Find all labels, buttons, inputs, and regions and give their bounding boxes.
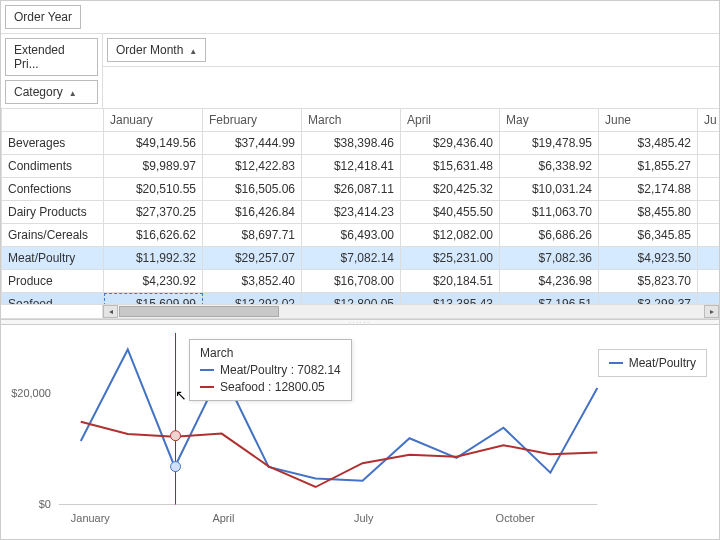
data-cell[interactable]: $16,505.06 <box>203 178 302 201</box>
data-cell[interactable]: $12,418.41 <box>302 155 401 178</box>
data-cell[interactable]: $11,063.70 <box>500 201 599 224</box>
data-cell[interactable]: $25,231.00 <box>401 247 500 270</box>
data-cell[interactable]: $11,992.32 <box>104 247 203 270</box>
row-header[interactable]: Produce <box>2 270 104 293</box>
data-cell[interactable]: $15,609.99 <box>104 293 203 304</box>
data-cell[interactable]: $7,082.36 <box>500 247 599 270</box>
data-cell[interactable]: $13,292.02 <box>203 293 302 304</box>
data-cell[interactable]: $12,082.00 <box>401 224 500 247</box>
data-cell[interactable]: $7,082.14 <box>302 247 401 270</box>
data-cell[interactable]: $20,510.55 <box>104 178 203 201</box>
scroll-spacer <box>1 305 103 318</box>
data-cell[interactable]: $13,385.43 <box>401 293 500 304</box>
filter-category[interactable]: Category▲ <box>5 80 98 104</box>
tooltip-swatch <box>200 386 214 388</box>
col-header[interactable]: January <box>104 109 203 132</box>
data-cell[interactable]: $4,236.98 <box>500 270 599 293</box>
data-cell[interactable]: $26,087.11 <box>302 178 401 201</box>
scroll-left-button[interactable]: ◂ <box>103 305 118 318</box>
col-header[interactable]: February <box>203 109 302 132</box>
data-cell[interactable]: $10,031.24 <box>500 178 599 201</box>
tooltip-title: March <box>200 346 341 360</box>
horizontal-scrollbar[interactable]: ◂ ▸ <box>1 304 719 319</box>
data-cell[interactable]: $16,626.62 <box>104 224 203 247</box>
table-row[interactable]: Dairy Products$27,370.25$16,426.84$23,41… <box>2 201 720 224</box>
x-tick-label: July <box>354 512 374 524</box>
data-cell[interactable]: $16,426.84 <box>203 201 302 224</box>
data-cell[interactable]: $38,398.46 <box>302 132 401 155</box>
data-cell[interactable]: $29,257.07 <box>203 247 302 270</box>
data-cell[interactable]: $8,455.80 <box>599 201 698 224</box>
data-cell[interactable]: $3,298.37 <box>599 293 698 304</box>
col-header[interactable]: April <box>401 109 500 132</box>
table-row[interactable]: Meat/Poultry$11,992.32$29,257.07$7,082.1… <box>2 247 720 270</box>
data-cell[interactable]: $29,436.40 <box>401 132 500 155</box>
table-row[interactable]: Grains/Cereals$16,626.62$8,697.71$6,493.… <box>2 224 720 247</box>
chart-legend[interactable]: Meat/Poultry <box>598 349 707 377</box>
legend-label: Meat/Poultry <box>629 356 696 370</box>
tooltip-line: Seafood : 12800.05 <box>220 380 325 394</box>
chevron-up-icon: ▲ <box>69 89 77 98</box>
filter-extended-price[interactable]: Extended Pri... <box>5 38 98 76</box>
data-cell[interactable]: $8,697.71 <box>203 224 302 247</box>
pivot-table: January February March April May June Ju… <box>1 108 719 304</box>
row-header[interactable]: Grains/Cereals <box>2 224 104 247</box>
data-cell[interactable]: $2,174.88 <box>599 178 698 201</box>
table-row[interactable]: Confections$20,510.55$16,505.06$26,087.1… <box>2 178 720 201</box>
row-header[interactable]: Meat/Poultry <box>2 247 104 270</box>
data-cell[interactable]: $7,196.51 <box>500 293 599 304</box>
data-cell[interactable]: $4,230.92 <box>104 270 203 293</box>
data-cell[interactable]: $16,708.00 <box>302 270 401 293</box>
data-cell[interactable]: $20,425.32 <box>401 178 500 201</box>
data-cell[interactable]: $4,923.50 <box>599 247 698 270</box>
data-cell[interactable]: $12,800.05 <box>302 293 401 304</box>
data-cell[interactable]: $20,184.51 <box>401 270 500 293</box>
col-header[interactable]: May <box>500 109 599 132</box>
x-tick-label: April <box>212 512 234 524</box>
scroll-thumb[interactable] <box>119 306 279 317</box>
data-cell[interactable]: $19,478.95 <box>500 132 599 155</box>
data-cell[interactable]: $3,485.42 <box>599 132 698 155</box>
chart-tooltip: March Meat/Poultry : 7082.14 Seafood : 1… <box>189 339 352 401</box>
data-cell[interactable]: $23,414.23 <box>302 201 401 224</box>
corner-cell <box>2 109 104 132</box>
table-row[interactable]: Produce$4,230.92$3,852.40$16,708.00$20,1… <box>2 270 720 293</box>
y-tick-label: $0 <box>39 498 51 510</box>
row-header[interactable]: Beverages <box>2 132 104 155</box>
data-cell[interactable]: $49,149.56 <box>104 132 203 155</box>
data-cell[interactable]: $15,631.48 <box>401 155 500 178</box>
table-row[interactable]: Beverages$49,149.56$37,444.99$38,398.46$… <box>2 132 720 155</box>
row-header[interactable]: Dairy Products <box>2 201 104 224</box>
marker-seafood <box>171 430 181 440</box>
data-cell[interactable]: $5,823.70 <box>599 270 698 293</box>
data-cell[interactable]: $6,338.92 <box>500 155 599 178</box>
row-header[interactable]: Seafood <box>2 293 104 304</box>
data-cell[interactable]: $3,852.40 <box>203 270 302 293</box>
col-header[interactable]: Ju <box>698 109 720 132</box>
col-header[interactable]: March <box>302 109 401 132</box>
table-row[interactable]: Condiments$9,989.97$12,422.83$12,418.41$… <box>2 155 720 178</box>
pivot-grid: January February March April May June Ju… <box>1 108 719 304</box>
data-cell[interactable]: $27,370.25 <box>104 201 203 224</box>
col-header[interactable]: June <box>599 109 698 132</box>
row-header[interactable]: Confections <box>2 178 104 201</box>
filter-order-month[interactable]: Order Month▲ <box>107 38 206 62</box>
data-cell[interactable]: $40,455.50 <box>401 201 500 224</box>
data-cell[interactable]: $6,493.00 <box>302 224 401 247</box>
scroll-right-button[interactable]: ▸ <box>704 305 719 318</box>
data-cell[interactable]: $6,686.26 <box>500 224 599 247</box>
data-cell[interactable]: $1,855.27 <box>599 155 698 178</box>
scroll-track[interactable]: ◂ ▸ <box>103 305 719 318</box>
row-fields: Extended Pri... Category▲ <box>1 34 103 108</box>
marker-meat <box>171 461 181 471</box>
table-row[interactable]: Seafood$15,609.99$13,292.02$12,800.05$13… <box>2 293 720 304</box>
y-tick-label: $20,000 <box>11 386 51 398</box>
data-cell[interactable]: $9,989.97 <box>104 155 203 178</box>
app-root: Order Year Extended Pri... Category▲ Ord… <box>1 1 719 539</box>
filter-order-year[interactable]: Order Year <box>5 5 81 29</box>
x-tick-label: October <box>496 512 535 524</box>
data-cell[interactable]: $12,422.83 <box>203 155 302 178</box>
data-cell[interactable]: $6,345.85 <box>599 224 698 247</box>
data-cell[interactable]: $37,444.99 <box>203 132 302 155</box>
row-header[interactable]: Condiments <box>2 155 104 178</box>
